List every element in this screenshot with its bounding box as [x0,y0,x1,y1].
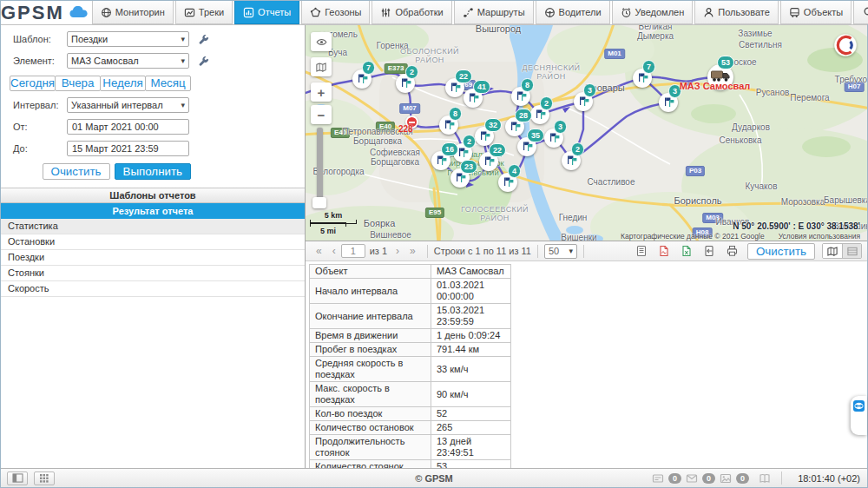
zoom-slider-handle[interactable] [312,197,326,208]
tab-users[interactable]: Пользовате [694,1,779,24]
tab-geofences[interactable]: Геозоны [301,1,370,24]
place-label: Сеньковка [719,135,761,145]
tab-routes[interactable]: Маршруты [454,1,534,24]
element-settings-icon[interactable] [198,56,209,67]
track-marker[interactable]: 22 [479,152,498,171]
templates-header[interactable]: Шаблоны отчетов [1,188,305,203]
range-button-4[interactable]: Месяц [145,76,191,91]
excel-export-icon[interactable] [681,245,693,257]
report-section-скорость[interactable]: Скорость [1,281,305,297]
table-row[interactable]: Количество стоянок53 [310,460,511,469]
tab-reports[interactable]: Отчеты [234,1,299,24]
table-row[interactable]: Пробег в поездках791.44 км [310,343,511,357]
track-marker[interactable]: 8 [511,87,530,106]
cloud-icon [68,6,90,20]
track-marker[interactable]: 3 [544,129,563,148]
element-select[interactable]: МАЗ Самосвал▾ [67,53,189,69]
page-size-select[interactable]: 50▾ [544,244,577,259]
terms-link[interactable]: Условия использования [779,232,860,241]
to-date-input[interactable] [67,141,189,156]
interval-select[interactable]: Указанный интервал▾ [67,97,189,113]
table-row[interactable]: Время в движении1 день 0:09:24 [310,329,511,343]
zoom-out-button[interactable]: − [311,105,332,124]
grid-columns-icon[interactable] [635,245,648,257]
table-row[interactable]: Начало интервала01.03.2021 00:00:00 [310,279,511,304]
tab-monitoring[interactable]: Мониторин [92,1,174,24]
table-row[interactable]: Кол-во поездок52 [310,407,511,421]
stat-value: 90 км/ч [431,382,511,407]
track-marker[interactable]: 23 [450,168,470,188]
grid-clear-button[interactable]: Очистить [747,243,815,260]
route-icon [463,7,474,18]
stat-label: Кол-во поездок [310,407,431,421]
run-report-button[interactable]: Выполнить [115,163,191,180]
map-layers-button[interactable] [311,57,332,76]
report-section-стоянки[interactable]: Стоянки [1,266,305,281]
track-marker[interactable]: 4 [498,173,517,192]
track-marker[interactable]: 2 [530,105,549,124]
track-marker[interactable]: 28 [505,117,524,136]
result-header[interactable]: Результат отчета [1,203,305,219]
speed-violation-marker[interactable]: 228 [405,115,418,129]
print-icon[interactable] [726,245,739,257]
place-label: Барышевка [824,195,867,205]
track-marker[interactable]: 3 [659,93,678,112]
table-row[interactable]: Макс. скорость в поездках90 км/ч [310,382,511,407]
tab-tracks[interactable]: Треки [175,1,233,24]
map-visibility-button[interactable] [311,32,332,51]
table-row[interactable]: Окончание интервала15.03.2021 23:59:59 [310,304,511,329]
range-button-1[interactable]: Сегодня [10,76,56,91]
track-marker[interactable]: 7 [352,69,372,89]
next-page-button[interactable]: › [391,245,404,257]
stat-label: Начало интервала [310,279,431,304]
report-section-поездки[interactable]: Поездки [1,250,305,266]
page-input[interactable] [341,244,365,258]
track-marker[interactable]: 3 [574,92,593,111]
template-select[interactable]: Поездки▾ [67,31,189,47]
marker-count-badge: 2 [540,96,553,110]
last-page-button[interactable]: » [404,245,421,257]
place-label: Русанов [756,88,790,97]
range-button-2[interactable]: Вчера [55,76,101,91]
report-section-остановки[interactable]: Остановки [1,234,305,250]
stat-value: 52 [431,407,511,421]
prev-page-button[interactable]: ‹ [327,245,341,257]
tab-notifications[interactable]: Уведомлен [612,1,694,24]
vehicle-marker[interactable]: 53МАЗ Самосвал [707,64,733,90]
track-marker[interactable]: 22 [445,78,464,97]
track-marker[interactable]: 16 [431,151,450,170]
track-marker[interactable]: 8 [439,115,458,135]
map-view-button[interactable] [823,244,842,258]
stat-label: Количество стоянок [310,460,431,469]
zoom-slider[interactable] [317,128,323,208]
map-canvas[interactable]: Е40Е40Е373Е95М07Р69М01М03Н08Р03Н07остоме… [306,25,867,241]
track-marker[interactable]: 41 [464,89,483,108]
table-row[interactable]: Количество остановок265 [310,421,511,435]
chevron-down-icon: ▾ [181,101,185,109]
first-page-button[interactable]: « [311,245,327,257]
tab-drivers[interactable]: Водители [536,1,610,24]
table-row[interactable]: Средняя скорость в поездках33 км/ч [310,357,511,382]
compass-logo-icon[interactable] [834,34,857,56]
file-export-icon[interactable] [703,245,715,257]
range-button-3[interactable]: Неделя [100,76,146,91]
tab-processing[interactable]: Обработки [372,1,451,24]
track-marker[interactable]: 2 [562,151,581,170]
search-button[interactable] [853,1,868,24]
tab-objects[interactable]: Объекты [780,1,852,24]
table-view-button[interactable] [842,244,861,258]
from-date-input[interactable] [67,119,189,135]
template-settings-icon[interactable] [198,34,209,45]
track-marker[interactable]: 7 [633,69,652,88]
track-marker[interactable]: 35 [517,137,536,156]
track-marker[interactable]: 32 [475,127,494,146]
table-row[interactable]: Продолжительность стоянок13 дней 23:49:5… [310,435,511,460]
remote-support-tab[interactable] [851,396,867,435]
track-marker[interactable]: 2 [396,74,415,93]
place-label: ГОЛОСЕЕВСКИЙ РАЙОН [458,206,531,223]
pdf-export-icon[interactable] [658,245,670,257]
table-row[interactable]: ОбъектМАЗ Самосвал [310,265,511,279]
zoom-in-button[interactable]: + [311,82,332,102]
report-section-статистика[interactable]: Статистика [1,219,305,234]
clear-button[interactable]: Очистить [43,163,110,180]
